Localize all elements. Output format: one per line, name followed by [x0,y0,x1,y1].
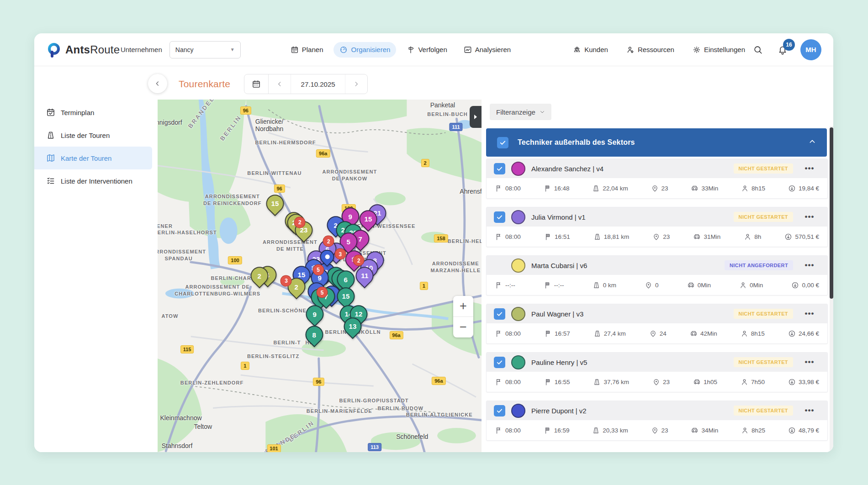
panel-scrollbar[interactable] [830,126,833,452]
user-avatar[interactable]: MH [800,39,821,60]
tour-map[interactable]: PanketalBERLIN-BUCHnnigsdorfGlienicke/ N… [158,100,482,452]
row-menu-button[interactable]: ••• [799,406,820,415]
check-icon [496,311,503,317]
alert-count-badge[interactable]: 3 [334,248,346,260]
calendar-check-icon [46,108,55,117]
notifications-button[interactable]: 16 [776,43,789,57]
alert-count-badge[interactable]: 2 [323,236,334,247]
zoom-out-button[interactable]: − [453,317,473,337]
stat-value: 19,84 € [799,185,819,192]
person-gear-icon [626,46,635,54]
sidebar-item-liste-der-interventionen[interactable]: Liste der Interventionen [34,169,158,192]
pin-icon [649,330,657,337]
stat-person: 7h50 [741,378,765,386]
stat-value: 20,33 km [603,427,628,434]
sector-section-header[interactable]: Techniker außerhalb des Sektors [486,128,827,157]
row-menu-button[interactable]: ••• [799,261,820,270]
technician-header: Pauline Henry | v5NICHT GESTARTET••• [487,353,827,372]
stat-value: 8h15 [752,185,765,192]
technician-checkbox[interactable] [494,357,505,368]
row-menu-button[interactable]: ••• [799,309,820,318]
filter-display-button[interactable]: Filteranzeige [490,104,551,120]
depot-marker[interactable] [320,250,334,264]
expand-map-button[interactable] [470,106,482,128]
stat-cost: 0,00 € [791,281,819,289]
nav-item-kunden[interactable]: Kunden [567,42,614,58]
row-menu-button[interactable]: ••• [799,212,820,221]
stat-value: 0,00 € [802,282,819,289]
section-checkbox[interactable] [497,137,508,148]
technician-stats: 08:0016:5537,76 km231h057h5033,98 € [487,372,827,392]
status-badge: NICHT GESTARTET [734,212,793,222]
collapse-panel-button[interactable] [148,74,167,93]
stat-road: 27,4 km [593,330,626,337]
sidebar-item-terminplan[interactable]: Terminplan [34,101,158,124]
alert-count-badge[interactable]: 5 [317,287,328,298]
stat-value: 48,79 € [799,427,819,434]
scrollbar-thumb[interactable] [830,127,833,299]
company-select[interactable]: Nancy ▼ [169,41,241,58]
current-date[interactable]: 27.10.2025 [291,74,345,94]
zoom-in-button[interactable]: + [453,296,473,317]
alert-count-badge[interactable]: 5 [312,264,324,275]
stat-value: 0 km [603,282,616,289]
nav-item-organisieren[interactable]: Organisieren [333,42,396,58]
stat-person: 8h15 [741,185,765,192]
stat-value: 16:55 [555,379,570,385]
chevron-up-icon[interactable] [809,138,816,147]
alert-count-badge[interactable]: 3 [281,275,292,286]
search-button[interactable] [751,43,765,57]
map-pin-teal[interactable]: 9 [306,305,323,323]
pin-icon [652,378,660,386]
status-badge: NICHT ANGEFORDERT [725,260,793,270]
technician-header: Julia Virmond | v1NICHT GESTARTET••• [487,207,827,227]
brand-logo[interactable]: AntsRoute [46,42,121,58]
sidebar-item-karte-der-touren[interactable]: Karte der Touren [34,147,152,169]
technician-name: Julia Virmond | v1 [531,213,728,221]
next-day-button[interactable] [345,74,367,94]
pin-icon [645,281,652,289]
map-pin-magenta[interactable]: 15 [359,210,377,228]
map-pin-teal[interactable]: 8 [306,326,323,343]
nav-item-planen[interactable]: Planen [285,42,329,58]
sidebar: TerminplanListe der TourenKarte der Tour… [34,67,158,452]
van-icon [693,378,701,386]
technician-checkbox[interactable] [494,211,505,223]
technician-card: Julia Virmond | v1NICHT GESTARTET•••08:0… [486,207,828,247]
calendar-button[interactable] [244,74,269,94]
alert-count-badge[interactable]: 2 [353,255,365,266]
technician-color-dot [511,355,525,369]
map-pin-purple[interactable]: 11 [356,267,374,285]
stat-value: 16:48 [554,185,570,192]
row-menu-button[interactable]: ••• [799,358,820,367]
nav-item-analysieren[interactable]: Analysieren [458,42,517,58]
technician-checkbox[interactable] [494,163,505,174]
pin-count: 13 [349,322,356,330]
technician-checkbox[interactable] [494,405,505,416]
prev-day-button[interactable] [269,74,291,94]
map-pin-olive[interactable]: 2 [251,267,269,285]
antsroute-logo-icon [46,42,62,58]
map-pin-teal[interactable]: 15 [337,287,355,305]
flag-icon [495,378,503,386]
sidebar-item-liste-der-touren[interactable]: Liste der Touren [34,124,158,147]
map-pin-teal[interactable]: 13 [344,317,361,335]
technician-stats: 08:0016:5727,4 km2442Min8h1524,66 € [487,323,827,343]
map-pin-olive[interactable]: 15 [266,195,284,212]
person-icon [744,233,752,241]
alert-count-badge[interactable]: 2 [294,216,306,228]
nav-item-ressourcen[interactable]: Ressourcen [620,42,680,58]
person-icon [739,281,747,289]
technician-checkbox[interactable] [494,308,505,320]
nav-item-verfolgen[interactable]: Verfolgen [401,42,453,58]
pin-count: 15 [271,200,279,207]
person-icon [741,185,749,192]
row-menu-button[interactable]: ••• [799,164,820,173]
technician-color-dot [511,162,525,176]
gear-icon [693,46,701,54]
road-icon [593,233,601,241]
chevron-right-icon [473,114,478,120]
nav-item-einstellungen[interactable]: Einstellungen [687,42,751,58]
cost-icon [788,427,796,434]
technician-name: Marta Cubarsi | v6 [531,262,719,269]
